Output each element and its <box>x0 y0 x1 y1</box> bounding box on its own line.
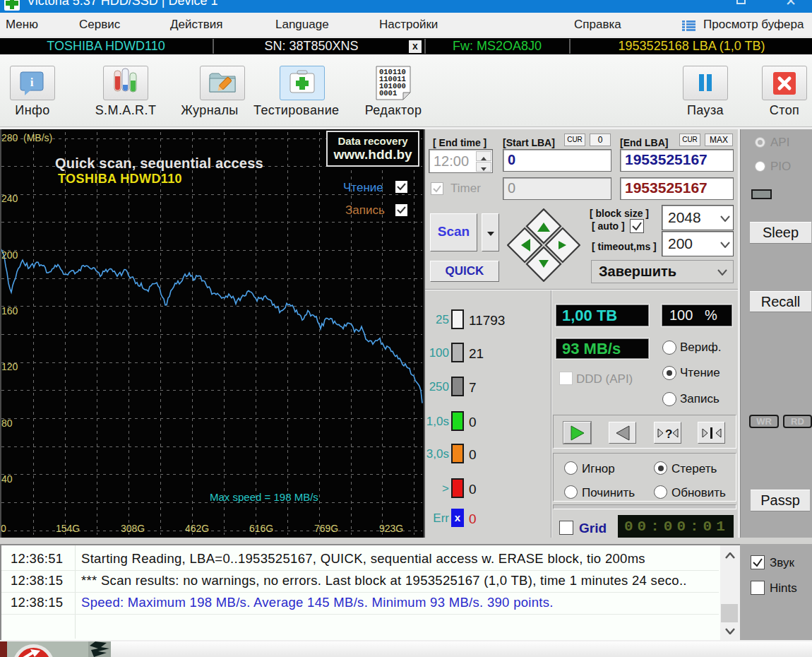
svg-text:?: ? <box>665 427 672 441</box>
svg-text:i: i <box>30 76 34 89</box>
svg-text:0001: 0001 <box>379 89 397 97</box>
